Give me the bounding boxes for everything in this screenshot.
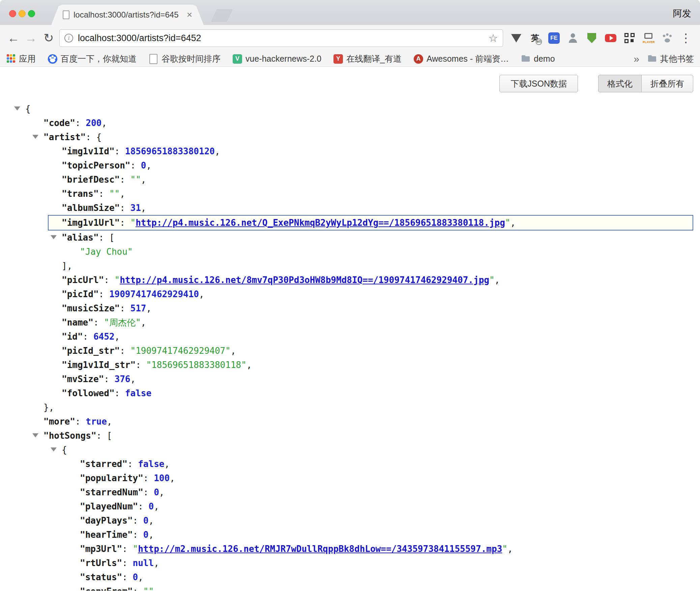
json-line: {	[0, 102, 700, 116]
profile-name[interactable]: 阿发	[673, 7, 691, 20]
close-window-button[interactable]	[9, 10, 16, 17]
json-link[interactable]: http://p4.music.126.net/8mv7qP30Pd3oHW8b…	[120, 275, 489, 285]
bookmark-item[interactable]: 百度一下，你就知道	[48, 53, 137, 64]
json-viewer-actions: 下载JSON数据 格式化 折叠所有	[499, 75, 693, 92]
json-punctuation: ,	[149, 530, 154, 540]
json-line: ],	[0, 259, 700, 273]
json-line-highlighted: "img1v1Url": "http://p4.music.126.net/Q_…	[48, 215, 693, 230]
json-link[interactable]: http://p4.music.126.net/Q_ExePNkmqB2yWyL…	[136, 218, 505, 228]
fe-icon[interactable]: FE	[548, 32, 560, 44]
collapse-arrow-icon[interactable]	[14, 106, 20, 111]
json-punctuation: {	[62, 445, 67, 455]
json-punctuation: :	[120, 303, 130, 313]
collapse-all-button[interactable]: 折叠所有	[641, 75, 693, 92]
collapse-arrow-icon[interactable]	[51, 447, 57, 452]
json-punctuation: :	[104, 275, 114, 285]
json-punctuation: ,	[511, 218, 516, 228]
extensions-area: 英enFEPLAYER	[507, 32, 676, 44]
page-info-icon[interactable]: i	[64, 34, 73, 42]
json-punctuation: :	[120, 203, 130, 213]
page-icon	[149, 54, 158, 64]
active-tab[interactable]: localhost:3000/artists?id=645 ×	[51, 5, 204, 25]
translate-icon[interactable]: 英en	[529, 32, 541, 44]
bookmark-star-icon[interactable]: ☆	[488, 32, 498, 44]
json-string: "	[133, 544, 138, 554]
json-line: "hearTime": 0,	[0, 528, 700, 542]
json-punctuation: ,	[154, 501, 159, 511]
json-punctuation: :	[93, 317, 104, 328]
json-key: "playedNum"	[80, 501, 138, 511]
vimium-icon[interactable]	[511, 32, 522, 44]
json-punctuation: :	[130, 160, 141, 170]
collapse-arrow-icon[interactable]	[51, 235, 57, 239]
maximize-window-button[interactable]	[28, 10, 35, 17]
browser-window: localhost:3000/artists?id=645 × 阿发 ← → ↻…	[0, 0, 700, 591]
json-number: 31	[130, 203, 141, 213]
bookmarks-overflow-icon[interactable]: »	[634, 53, 639, 65]
json-key: "img1v1Url"	[62, 218, 120, 228]
url-input[interactable]: localhost:3000/artists?id=6452	[78, 33, 484, 43]
json-line: "copyFrom": "",	[0, 584, 700, 591]
json-punctuation: {	[25, 104, 31, 114]
bookmark-item[interactable]: AAwesomes - 前端资…	[414, 53, 509, 64]
bookmark-item[interactable]: demo	[521, 54, 555, 64]
bookmark-item[interactable]: Vvue-hackernews-2.0	[233, 54, 321, 64]
tab-close-icon[interactable]: ×	[187, 10, 192, 20]
bookmarks-list: 应用百度一下，你就知道谷歌按时间排序Vvue-hackernews-2.0Y在线…	[6, 53, 634, 64]
json-string: "	[489, 275, 495, 285]
bookmark-label: 谷歌按时间排序	[162, 53, 221, 64]
json-punctuation: : [	[96, 431, 112, 441]
player-icon[interactable]: PLAYER	[643, 32, 654, 44]
youtube-icon[interactable]	[605, 32, 616, 44]
json-number: 18569651883380120	[125, 146, 215, 156]
json-number: 0	[143, 530, 149, 540]
json-punctuation: },	[43, 402, 54, 412]
json-string: "	[130, 218, 136, 228]
bookmark-item[interactable]: Y在线翻译_有道	[333, 53, 402, 64]
json-key: "code"	[43, 118, 75, 128]
json-number: 6452	[93, 332, 115, 342]
json-punctuation: :	[75, 118, 86, 128]
json-punctuation: ,	[231, 346, 236, 356]
bookmark-item[interactable]: 应用	[6, 53, 36, 64]
tab-title: localhost:3000/artists?id=645	[74, 10, 183, 20]
json-link[interactable]: http://m2.music.126.net/RMJR7wDullRqppBk…	[138, 544, 502, 554]
tab-strip: localhost:3000/artists?id=645 × 阿发	[0, 0, 700, 25]
collapse-arrow-icon[interactable]	[32, 135, 38, 139]
bookmark-label: 在线翻译_有道	[346, 53, 402, 64]
json-punctuation: ,	[170, 473, 175, 483]
json-punctuation: : [	[99, 232, 115, 243]
format-button[interactable]: 格式化	[598, 75, 641, 92]
json-number: 0	[141, 160, 146, 170]
json-punctuation: :	[138, 501, 148, 511]
minimize-window-button[interactable]	[19, 10, 26, 17]
json-key: "more"	[43, 416, 75, 427]
other-bookmarks-folder[interactable]: 其他书签	[647, 53, 694, 64]
json-punctuation: ,	[141, 175, 146, 185]
json-punctuation: :	[143, 487, 154, 497]
json-string: "19097417462929407"	[130, 346, 231, 356]
json-number: 517	[130, 303, 146, 313]
json-key: "musicSize"	[62, 303, 120, 313]
json-key: "starred"	[80, 459, 127, 469]
bookmark-item[interactable]: 谷歌按时间排序	[149, 53, 221, 64]
browser-menu-icon[interactable]: ⋮	[676, 31, 695, 45]
json-boolean: true	[86, 416, 107, 427]
youdao-icon: Y	[333, 54, 343, 64]
new-tab-button[interactable]	[211, 9, 233, 22]
collapse-arrow-icon[interactable]	[32, 433, 38, 437]
json-punctuation: ,	[507, 544, 513, 554]
view-mode-segment: 格式化 折叠所有	[598, 75, 693, 92]
back-button[interactable]: ←	[5, 29, 22, 47]
profile-silhouette-icon[interactable]	[567, 32, 579, 44]
paw-icon[interactable]	[662, 32, 673, 44]
qrcode-icon[interactable]	[624, 32, 635, 44]
json-line: "mp3Url": "http://m2.music.126.net/RMJR7…	[0, 542, 700, 556]
download-json-button[interactable]: 下载JSON数据	[499, 75, 578, 92]
reload-button[interactable]: ↻	[40, 29, 57, 47]
bookmark-label: vue-hackernews-2.0	[245, 54, 321, 64]
address-bar[interactable]: i localhost:3000/artists?id=6452 ☆	[59, 29, 503, 47]
green-shield-icon[interactable]	[586, 32, 597, 44]
json-line: "dayPlays": 0,	[0, 514, 700, 528]
json-number: 0	[133, 572, 138, 582]
